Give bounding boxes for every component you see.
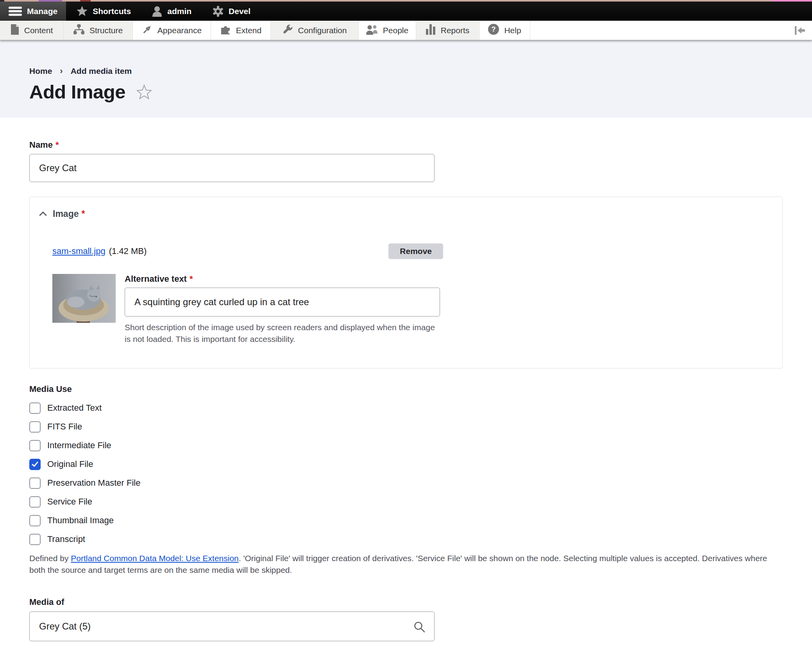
- help-icon: ?: [488, 24, 499, 37]
- chevron-up-icon: [39, 211, 47, 218]
- remove-button[interactable]: Remove: [388, 243, 443, 259]
- toolbar-item-label: Manage: [27, 7, 57, 16]
- checkbox-label: Transcript: [47, 534, 85, 544]
- menu-tab-label: Extend: [236, 26, 261, 35]
- media-use-description: Defined by Portland Common Data Model: U…: [29, 553, 776, 576]
- media-use-option-original-file[interactable]: Original File: [29, 459, 783, 470]
- image-fieldset-legend: Image: [53, 209, 85, 219]
- menu-tab-reports[interactable]: Reports: [416, 21, 479, 40]
- checkbox-label: Original File: [47, 459, 93, 469]
- checkbox[interactable]: [29, 402, 41, 414]
- checkbox[interactable]: [29, 496, 41, 508]
- name-label: Name: [29, 140, 59, 150]
- checkbox-label: Extracted Text: [47, 403, 102, 413]
- menu-tab-label: Appearance: [157, 26, 202, 35]
- checkbox-label: Service File: [47, 497, 92, 507]
- image-fieldset-toggle[interactable]: Image: [39, 209, 85, 219]
- toolbar-item-label: Devel: [229, 7, 250, 16]
- checkbox-label: FITS File: [47, 422, 82, 432]
- gear-icon: [213, 6, 224, 17]
- checkbox[interactable]: [29, 421, 41, 433]
- media-use-option-fits-file[interactable]: FITS File: [29, 421, 783, 433]
- menu-tab-label: Configuration: [298, 26, 347, 35]
- menu-tab-help[interactable]: ? Help: [479, 21, 530, 40]
- breadcrumb-current: Add media item: [71, 66, 132, 76]
- people-icon: [366, 24, 378, 37]
- image-fieldset: Image sam-small.jpg (1.42 MB) Remove: [29, 197, 783, 368]
- admin-menu-bar: Content Structure Appearance Extend Conf…: [0, 21, 812, 40]
- menu-tab-label: People: [383, 26, 408, 35]
- document-icon: [11, 24, 19, 37]
- breadcrumb-home-link[interactable]: Home: [29, 66, 52, 76]
- hamburger-icon: [9, 6, 22, 16]
- uploaded-file-size: (1.42 MB): [109, 246, 147, 256]
- menu-tab-people[interactable]: People: [359, 21, 416, 40]
- checkbox-label: Intermediate File: [47, 440, 111, 451]
- admin-toolbar: Manage Shortcuts admin Devel: [0, 2, 812, 21]
- checkbox[interactable]: [29, 459, 41, 470]
- menu-bar-spacer: [530, 21, 788, 40]
- sitemap-icon: [73, 24, 84, 36]
- description-text: Defined by: [29, 554, 71, 563]
- media-use-option-preservation-master-file[interactable]: Preservation Master File: [29, 478, 783, 489]
- page-title: Add Image: [29, 81, 125, 103]
- checkbox[interactable]: [29, 478, 41, 489]
- media-use-option-service-file[interactable]: Service File: [29, 496, 783, 508]
- menu-tab-content[interactable]: Content: [0, 21, 64, 40]
- user-icon: [152, 6, 162, 17]
- alt-text-input[interactable]: [125, 288, 440, 317]
- checkbox-label: Thumbnail Image: [47, 515, 114, 526]
- alt-text-description: Short description of the image used by s…: [125, 322, 441, 345]
- page-header: Home › Add media item Add Image: [0, 40, 812, 118]
- media-use-label: Media Use: [29, 384, 783, 394]
- menu-tab-label: Content: [24, 26, 53, 35]
- media-use-section: Media Use Extracted Text FITS File Inter…: [29, 384, 783, 576]
- menu-tab-extend[interactable]: Extend: [211, 21, 271, 40]
- puzzle-icon: [220, 24, 231, 37]
- checkbox[interactable]: [29, 534, 41, 545]
- checkbox[interactable]: [29, 515, 41, 526]
- uploaded-file-link[interactable]: sam-small.jpg: [52, 246, 106, 256]
- breadcrumb: Home › Add media item: [29, 66, 812, 76]
- toolbar-item-admin[interactable]: admin: [141, 2, 202, 21]
- toolbar-item-manage[interactable]: Manage: [0, 2, 66, 21]
- checkbox[interactable]: [29, 440, 41, 451]
- star-icon: [77, 6, 88, 16]
- search-icon: [413, 621, 425, 634]
- menu-tab-structure[interactable]: Structure: [64, 21, 133, 40]
- brush-icon: [142, 24, 152, 37]
- media-use-option-transcript[interactable]: Transcript: [29, 534, 783, 545]
- menu-tab-label: Help: [504, 26, 521, 35]
- toolbar-item-label: Shortcuts: [93, 7, 131, 16]
- media-use-option-extracted-text[interactable]: Extracted Text: [29, 402, 783, 414]
- checkbox-label: Preservation Master File: [47, 478, 140, 488]
- toolbar-item-devel[interactable]: Devel: [202, 2, 261, 21]
- media-use-option-intermediate-file[interactable]: Intermediate File: [29, 440, 783, 451]
- media-of-label: Media of: [29, 597, 64, 607]
- media-thumbnail: [52, 274, 116, 323]
- media-of-input[interactable]: [29, 612, 435, 641]
- menu-tab-configuration[interactable]: Configuration: [271, 21, 359, 40]
- toolbar-item-label: admin: [167, 7, 191, 16]
- star-outline-icon[interactable]: [136, 84, 152, 99]
- menu-tab-label: Reports: [441, 26, 470, 35]
- name-input[interactable]: [29, 154, 435, 182]
- toolbar-collapse-icon[interactable]: [788, 21, 812, 40]
- breadcrumb-separator: ›: [60, 66, 63, 76]
- media-of-section: Media of: [29, 597, 783, 641]
- media-add-form: Name Image sam-small.jpg (1.42 MB) Remov…: [0, 118, 812, 651]
- media-use-option-thumbnail-image[interactable]: Thumbnail Image: [29, 515, 783, 526]
- wrench-icon: [283, 24, 293, 37]
- toolbar-item-shortcuts[interactable]: Shortcuts: [66, 2, 141, 21]
- alt-text-label: Alternative text: [125, 274, 193, 284]
- svg-text:?: ?: [492, 25, 496, 33]
- menu-tab-appearance[interactable]: Appearance: [133, 21, 211, 40]
- bar-chart-icon: [426, 24, 436, 37]
- menu-tab-label: Structure: [89, 26, 123, 35]
- pcdm-use-extension-link[interactable]: Portland Common Data Model: Use Extensio…: [71, 554, 239, 563]
